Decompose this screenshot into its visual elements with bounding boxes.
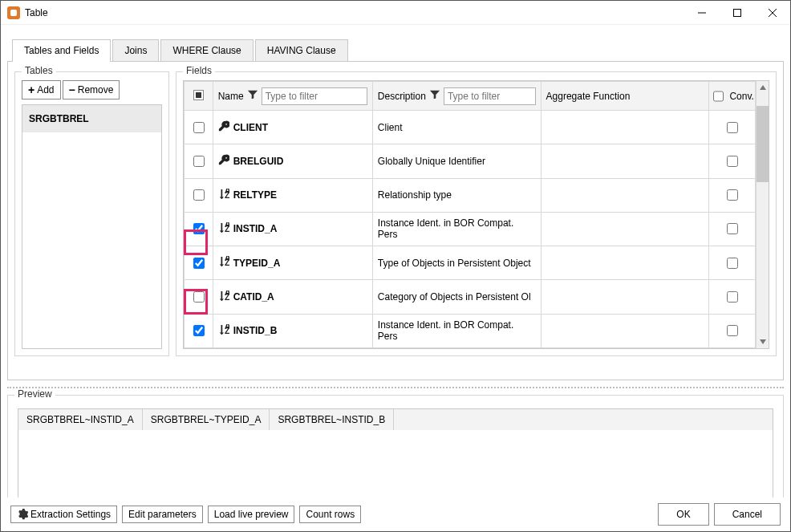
preview-col[interactable]: SRGBTBREL~TYPEID_A [143, 409, 270, 430]
tab-joins[interactable]: Joins [112, 39, 159, 61]
fields-grid: Name Description [184, 81, 756, 348]
field-conv-checkbox[interactable] [727, 325, 738, 336]
field-row: AZINSTID_BInstance Ident. in BOR Compat.… [185, 314, 756, 347]
field-conv-checkbox[interactable] [727, 156, 738, 167]
table-item[interactable]: SRGBTBREL [22, 105, 161, 132]
field-row-checkbox[interactable] [193, 223, 205, 234]
desc-filter-input[interactable] [444, 87, 536, 105]
table-item-label: SRGBTBREL [29, 113, 89, 124]
tab-where[interactable]: WHERE Clause [160, 39, 253, 61]
tab-strip: Tables and Fields Joins WHERE Clause HAV… [1, 25, 790, 61]
field-row-checkbox[interactable] [193, 122, 205, 133]
tables-panel: Tables + Add − Remove SRGBTBREL [14, 71, 169, 356]
gear-icon [17, 509, 28, 520]
scroll-thumb[interactable] [757, 106, 769, 182]
ok-label: OK [676, 509, 690, 520]
fields-legend: Fields [183, 65, 215, 76]
sort-az-icon: AZ [218, 256, 229, 270]
close-button[interactable] [755, 1, 790, 25]
tab-having[interactable]: HAVING Clause [255, 39, 348, 61]
field-row: AZCATID_ACategory of Objects in Persiste… [185, 280, 756, 314]
maximize-button[interactable] [720, 1, 755, 25]
minus-icon: − [69, 83, 75, 96]
field-agg-cell[interactable] [541, 314, 709, 347]
edit-parameters-button[interactable]: Edit parameters [122, 506, 203, 523]
name-filter-input[interactable] [262, 87, 367, 105]
cancel-button[interactable]: Cancel [714, 503, 781, 526]
window-title: Table [25, 7, 48, 18]
field-desc-label: Category of Objects in Persistent Ol [373, 291, 541, 303]
extraction-settings-button[interactable]: Extraction Settings [10, 506, 117, 523]
field-row-checkbox[interactable] [193, 189, 205, 201]
tab-label: Joins [124, 45, 147, 56]
field-conv-checkbox[interactable] [727, 189, 738, 201]
field-conv-checkbox[interactable] [727, 258, 738, 269]
ok-button[interactable]: OK [658, 503, 708, 526]
field-row: AZINSTID_AInstance Ident. in BOR Compat.… [185, 212, 756, 246]
fields-scrollbar[interactable] [756, 81, 769, 348]
indeterminate-checkbox-icon [193, 90, 204, 100]
field-desc-label: Type of Objects in Persistent Object [373, 258, 541, 269]
field-desc-label: Relationship type [373, 189, 541, 201]
close-icon [769, 9, 777, 17]
load-live-preview-button[interactable]: Load live preview [208, 506, 295, 523]
sort-az-icon: AZ [218, 189, 229, 202]
tab-label: HAVING Clause [267, 45, 336, 56]
tab-label: Tables and Fields [24, 45, 99, 56]
add-table-button[interactable]: + Add [22, 80, 61, 99]
field-row: AZRELTYPERelationship type [185, 178, 756, 212]
svg-text:Z: Z [225, 258, 229, 268]
field-agg-cell[interactable] [541, 212, 709, 246]
count-rows-button[interactable]: Count rows [299, 506, 361, 523]
field-name-label: TYPEID_A [233, 258, 281, 269]
header-desc-label: Description [378, 91, 426, 102]
header-conv-checkbox[interactable] [713, 91, 724, 102]
edit-params-label: Edit parameters [128, 509, 197, 520]
preview-legend: Preview [14, 388, 55, 400]
svg-rect-1 [734, 9, 741, 16]
field-row-checkbox-cell [185, 178, 213, 212]
tables-legend: Tables [22, 65, 56, 76]
field-row-checkbox[interactable] [193, 258, 205, 269]
field-conv-checkbox[interactable] [727, 291, 738, 303]
tab-tables-fields[interactable]: Tables and Fields [12, 39, 111, 61]
svg-text:Z: Z [225, 292, 229, 302]
splitter[interactable] [7, 387, 784, 388]
add-label: Add [37, 84, 54, 95]
field-agg-cell[interactable] [541, 144, 709, 178]
remove-label: Remove [78, 84, 114, 95]
field-row-checkbox[interactable] [193, 325, 205, 336]
field-agg-cell[interactable] [541, 280, 709, 314]
sort-az-icon: AZ [218, 324, 229, 338]
header-conv-label: Conv. [729, 91, 753, 102]
header-select-all[interactable] [185, 82, 213, 111]
titlebar: Table [1, 1, 790, 25]
header-agg-label: Aggregate Function [546, 91, 631, 102]
field-agg-cell[interactable] [541, 111, 709, 144]
sort-az-icon: AZ [218, 222, 229, 236]
tables-list[interactable]: SRGBTBREL [22, 104, 162, 349]
field-name-label: RELTYPE [233, 189, 277, 201]
preview-col-label: SRGBTBREL~INSTID_B [278, 414, 385, 425]
app-icon [7, 6, 20, 19]
field-row-checkbox-cell [185, 111, 213, 144]
minimize-button[interactable] [684, 1, 720, 25]
field-conv-checkbox[interactable] [727, 122, 738, 133]
field-name-label: INSTID_B [233, 325, 278, 336]
field-row-checkbox[interactable] [193, 156, 205, 167]
field-row-checkbox[interactable] [193, 291, 205, 303]
fields-panel: Fields Name [176, 71, 777, 356]
field-name-label: BRELGUID [233, 156, 284, 167]
field-conv-checkbox[interactable] [727, 223, 738, 234]
field-agg-cell[interactable] [541, 178, 709, 212]
key-icon [218, 120, 229, 134]
scroll-up-icon [759, 83, 767, 91]
field-name-label: CATID_A [233, 291, 274, 303]
preview-col[interactable]: SRGBTBREL~INSTID_A [18, 409, 143, 430]
remove-table-button[interactable]: − Remove [63, 80, 120, 99]
field-desc-label: Client [373, 122, 541, 133]
preview-col[interactable]: SRGBTBREL~INSTID_B [270, 409, 394, 430]
field-agg-cell[interactable] [541, 246, 709, 280]
field-name-label: CLIENT [233, 122, 268, 133]
count-rows-label: Count rows [306, 509, 355, 520]
